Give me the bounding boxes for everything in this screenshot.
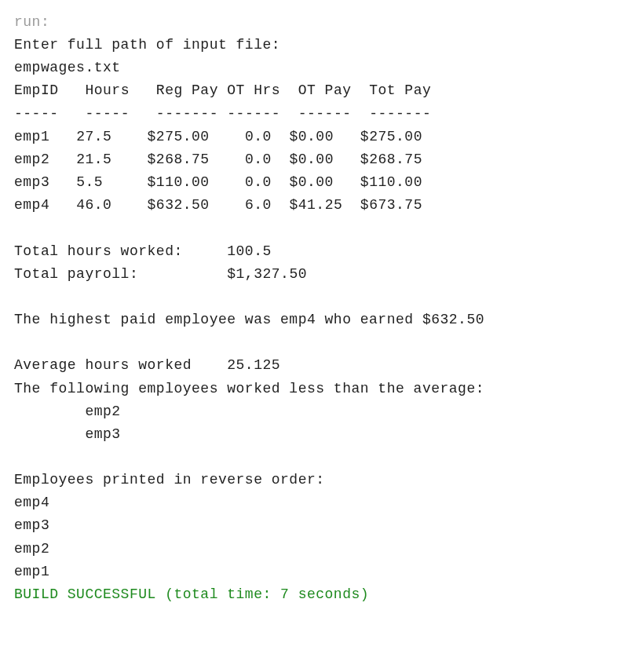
table-row: emp2 21.5 $268.75 0.0 $0.00 $268.75 (14, 152, 422, 167)
list-item: emp2 (14, 541, 49, 557)
highest-paid-line: The highest paid employee was emp4 who e… (14, 312, 484, 327)
list-item: emp3 (14, 426, 121, 442)
total-payroll-line: Total payroll: $1,327.50 (14, 266, 307, 282)
prompt-enter-path: Enter full path of input file: (14, 37, 280, 53)
table-row: emp1 27.5 $275.00 0.0 $0.00 $275.00 (14, 129, 422, 144)
list-item: emp3 (14, 517, 49, 533)
table-row: emp3 5.5 $110.00 0.0 $0.00 $110.00 (14, 174, 422, 190)
input-file-name: empwages.txt (14, 60, 121, 75)
reverse-label: Employees printed in reverse order: (14, 472, 325, 488)
avg-hours-line: Average hours worked 25.125 (14, 357, 280, 373)
build-status: BUILD SUCCESSFUL (total time: 7 seconds) (14, 586, 369, 602)
table-row: emp4 46.0 $632.50 6.0 $41.25 $673.75 (14, 197, 422, 213)
table-sep-row: ----- ----- ------- ------ ------ ------… (14, 106, 431, 122)
list-item: emp4 (14, 495, 49, 510)
table-header-row: EmpID Hours Reg Pay OT Hrs OT Pay Tot Pa… (14, 82, 431, 98)
list-item: emp1 (14, 564, 49, 579)
console-output: run: Enter full path of input file: empw… (0, 0, 632, 617)
list-item: emp2 (14, 404, 121, 419)
below-avg-label: The following employees worked less than… (14, 381, 484, 396)
total-hours-line: Total hours worked: 100.5 (14, 243, 272, 259)
run-label: run: (14, 14, 49, 30)
